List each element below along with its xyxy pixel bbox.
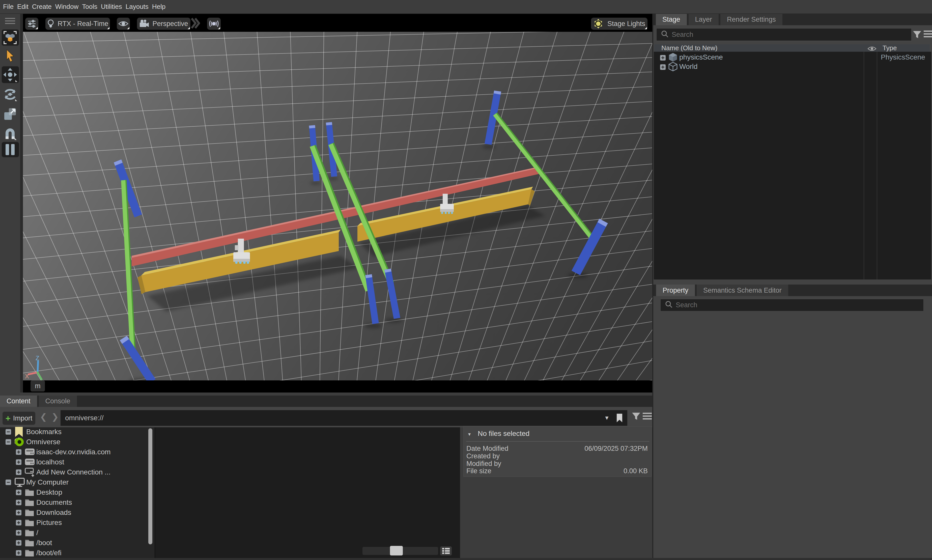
svg-text:X: X — [25, 373, 29, 380]
svg-text:Z: Z — [35, 355, 39, 362]
